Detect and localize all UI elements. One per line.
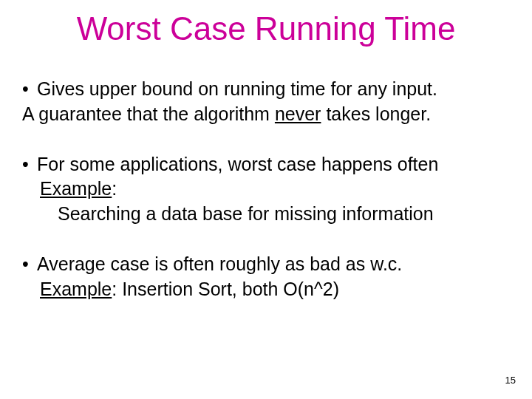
bullet-1: • Gives upper bound on running time for … [22,77,510,102]
guarantee-post: takes longer. [321,103,431,124]
example-3-word: Example [40,279,112,299]
page-number: 15 [505,375,516,386]
example-3-rest: : Insertion Sort, both O(n^2) [112,279,339,299]
bullet-dot-icon: • [22,152,37,177]
bullet-1-text: Gives upper bound on running time for an… [37,77,510,102]
bullet-dot-icon: • [22,77,37,102]
slide-body: • Gives upper bound on running time for … [22,77,510,301]
example-2-colon: : [112,178,117,199]
bullet-2-text: For some applications, worst case happen… [37,152,510,177]
bullet-3-text: Average case is often roughly as bad as … [37,252,510,277]
bullet-dot-icon: • [22,252,37,277]
slide-title: Worst Case Running Time [0,10,532,47]
bullet-3: • Average case is often roughly as bad a… [22,252,510,277]
never-underline: never [275,103,321,124]
guarantee-line: A guarantee that the algorithm never tak… [22,102,510,127]
guarantee-pre: A guarantee that the algorithm [22,103,275,124]
bullet-2: • For some applications, worst case happ… [22,152,510,177]
example-3-line: Example: Insertion Sort, both O(n^2) [22,277,510,302]
example-2-label: Example: [22,177,510,202]
example-2-text: Searching a data base for missing inform… [22,202,510,227]
slide: Worst Case Running Time • Gives upper bo… [0,0,532,399]
example-2-word: Example [40,178,112,199]
